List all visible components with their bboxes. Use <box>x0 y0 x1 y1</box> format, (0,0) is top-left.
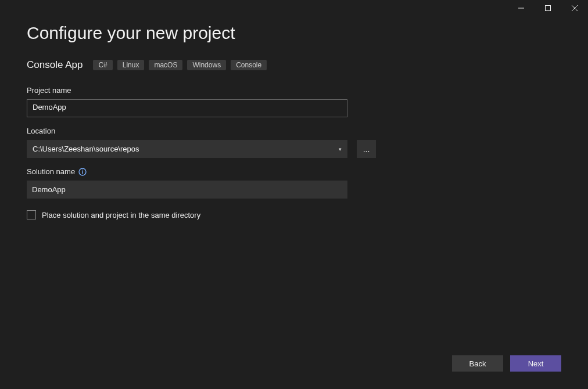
svg-rect-6 <box>82 171 83 174</box>
project-name-value: DemoApp <box>33 103 66 111</box>
maximize-button[interactable] <box>535 0 561 16</box>
location-label: Location <box>27 127 378 135</box>
solution-name-label: Solution name <box>27 167 378 176</box>
tag: Console <box>231 60 267 70</box>
browse-button[interactable]: ... <box>357 140 376 158</box>
chevron-down-icon: ▾ <box>339 146 342 152</box>
tag: Linux <box>117 60 145 70</box>
next-button[interactable]: Next <box>510 355 561 372</box>
minimize-button[interactable] <box>508 0 535 16</box>
solution-name-label-text: Solution name <box>27 167 75 176</box>
tag: Windows <box>187 60 226 70</box>
svg-rect-5 <box>82 170 83 170</box>
back-button[interactable]: Back <box>452 355 503 372</box>
location-value: C:\Users\Zeeshan\source\repos <box>33 145 139 153</box>
info-icon[interactable] <box>78 168 87 176</box>
solution-name-input[interactable] <box>27 181 347 199</box>
page-title: Configure your new project <box>27 23 561 43</box>
same-directory-label: Place solution and project in the same d… <box>42 211 200 219</box>
project-name-label: Project name <box>27 86 378 95</box>
project-name-input[interactable]: DemoApp <box>27 99 347 117</box>
tag: C# <box>93 60 112 70</box>
location-select[interactable]: C:\Users\Zeeshan\source\repos ▾ <box>27 140 347 158</box>
template-tags: C# Linux macOS Windows Console <box>93 60 267 70</box>
same-directory-checkbox[interactable] <box>27 210 36 219</box>
template-name: Console App <box>27 59 83 71</box>
close-button[interactable] <box>561 0 588 16</box>
tag: macOS <box>149 60 182 70</box>
svg-rect-1 <box>546 6 551 11</box>
